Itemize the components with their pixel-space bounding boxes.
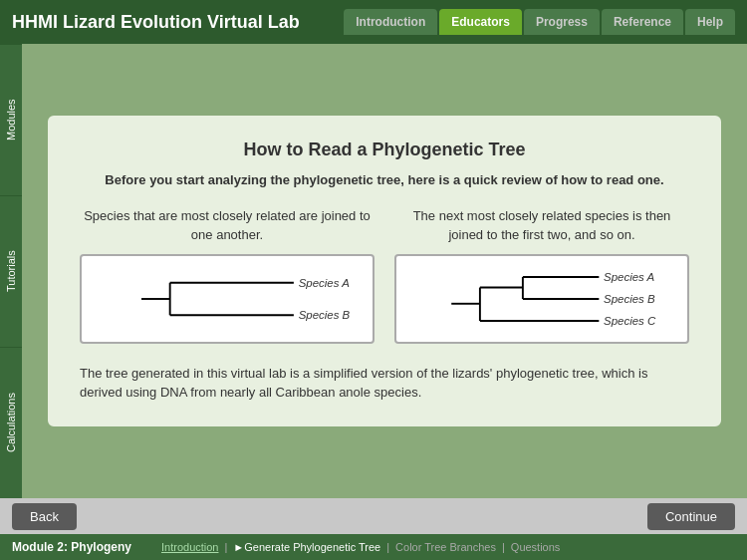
diagram-section-1: Species that are most closely related ar… xyxy=(80,207,374,343)
header: HHMI Lizard Evolution Virtual Lab Introd… xyxy=(0,0,747,44)
breadcrumb-bar: Module 2: Phylogeny Introduction | ►Gene… xyxy=(0,534,747,560)
breadcrumb-generate: ►Generate Phylogenetic Tree xyxy=(233,541,380,553)
bottom-bar: Back Continue xyxy=(0,498,747,534)
sidebar: Modules Tutorials Calculations xyxy=(0,44,22,498)
tab-help[interactable]: Help xyxy=(685,9,735,35)
breadcrumb-color-tree: Color Tree Branches xyxy=(395,541,496,553)
diagram-2-description: The next most closely related species is… xyxy=(394,207,689,243)
module-label: Module 2: Phylogeny xyxy=(12,540,141,554)
breadcrumb-questions: Questions xyxy=(511,541,561,553)
diagrams-row: Species that are most closely related ar… xyxy=(80,207,689,343)
sidebar-item-modules[interactable]: Modules xyxy=(0,44,22,195)
breadcrumb-links: Introduction | ►Generate Phylogenetic Tr… xyxy=(161,541,560,553)
tab-educators[interactable]: Educators xyxy=(439,9,522,35)
continue-button[interactable]: Continue xyxy=(647,503,735,530)
diagram-1-description: Species that are most closely related ar… xyxy=(80,207,374,243)
breadcrumb-introduction[interactable]: Introduction xyxy=(161,541,218,553)
tab-progress[interactable]: Progress xyxy=(524,9,600,35)
back-button[interactable]: Back xyxy=(12,503,77,530)
svg-text:Species B: Species B xyxy=(299,309,351,321)
nav-tabs: Introduction Educators Progress Referenc… xyxy=(344,9,735,35)
diagram-svg-1: Species A Species B xyxy=(82,256,373,342)
sidebar-item-tutorials[interactable]: Tutorials xyxy=(0,195,22,347)
content-card: How to Read a Phylogenetic Tree Before y… xyxy=(46,114,723,427)
tab-introduction[interactable]: Introduction xyxy=(344,9,437,35)
diagram-svg-2: Species A Species B Species C xyxy=(396,256,687,342)
breadcrumb-sep-3: | xyxy=(502,541,505,553)
diagram-section-2: The next most closely related species is… xyxy=(394,207,689,343)
tab-reference[interactable]: Reference xyxy=(602,9,683,35)
breadcrumb-sep-2: | xyxy=(386,541,389,553)
card-subtitle: Before you start analyzing the phylogene… xyxy=(80,172,689,187)
diagram-box-1: Species A Species B xyxy=(80,254,374,344)
svg-text:Species B: Species B xyxy=(604,293,655,305)
svg-text:Species A: Species A xyxy=(299,276,351,288)
svg-text:Species C: Species C xyxy=(604,314,656,326)
card-footer: The tree generated in this virtual lab i… xyxy=(80,364,689,403)
svg-text:Species A: Species A xyxy=(604,271,655,283)
sidebar-item-calculations[interactable]: Calculations xyxy=(0,347,22,498)
breadcrumb-sep-1: | xyxy=(224,541,227,553)
app-title: HHMI Lizard Evolution Virtual Lab xyxy=(12,12,344,33)
diagram-box-2: Species A Species B Species C xyxy=(394,254,689,344)
card-title: How to Read a Phylogenetic Tree xyxy=(80,140,689,160)
main-content: How to Read a Phylogenetic Tree Before y… xyxy=(22,44,747,498)
